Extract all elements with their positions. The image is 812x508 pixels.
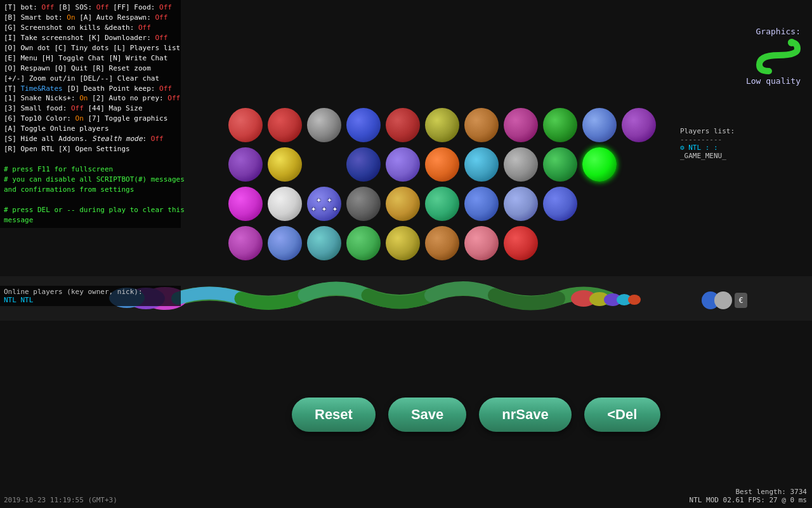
color-ball[interactable] bbox=[386, 187, 420, 221]
color-ball[interactable] bbox=[307, 108, 341, 142]
color-grid: ✦ ✦✦ ✦ ✦ bbox=[228, 108, 656, 260]
color-ball[interactable] bbox=[543, 147, 577, 182]
notice-del: # press DEL or -- during play to clear t… bbox=[4, 205, 177, 215]
color-ball[interactable] bbox=[504, 187, 538, 221]
svg-point-8 bbox=[628, 295, 641, 305]
right-panel: Graphics: Low quality bbox=[680, 13, 807, 86]
line-toggle-online: [A] Toggle Online players bbox=[4, 124, 177, 134]
color-ball[interactable] bbox=[464, 226, 499, 260]
color-ball[interactable] bbox=[582, 147, 617, 182]
color-ball[interactable] bbox=[582, 108, 617, 142]
save-button[interactable]: Save bbox=[388, 398, 466, 432]
color-ball[interactable] bbox=[504, 147, 538, 182]
snake-logo bbox=[680, 36, 807, 76]
color-ball[interactable] bbox=[228, 187, 263, 221]
color-ball[interactable] bbox=[307, 147, 341, 182]
color-ball[interactable] bbox=[268, 147, 302, 182]
color-ball[interactable] bbox=[228, 226, 263, 260]
color-ball[interactable] bbox=[386, 226, 420, 260]
color-ball[interactable] bbox=[386, 147, 420, 182]
line-timerates: [T] Time&Rates [D] Death Point keep: Off bbox=[4, 84, 177, 94]
buttons-row: Reset Save nrSave <Del bbox=[292, 398, 660, 432]
color-ball[interactable] bbox=[543, 108, 577, 142]
color-ball[interactable] bbox=[425, 147, 459, 182]
color-ball[interactable] bbox=[268, 226, 302, 260]
players-list-divider: ---------- bbox=[680, 135, 807, 144]
color-ball[interactable] bbox=[464, 187, 499, 221]
color-ball[interactable] bbox=[622, 108, 656, 142]
notice-confirmations: and confirmations from settings bbox=[4, 185, 177, 195]
nrsave-button[interactable]: nrSave bbox=[479, 398, 571, 432]
datetime-text: 2019-10-23 11:19:55 (GMT+3) bbox=[4, 496, 117, 504]
color-ball[interactable] bbox=[386, 108, 420, 142]
notice-scriptbot: # you can disable all SCRIPTBOT(#) messa… bbox=[4, 175, 177, 185]
line-open-rtl: [R] Open RTL [X] Open Settings bbox=[4, 144, 177, 154]
bottom-left-datetime: 2019-10-23 11:19:55 (GMT+3) bbox=[4, 496, 117, 504]
color-ball[interactable] bbox=[228, 108, 263, 142]
graphics-label: Graphics: bbox=[680, 13, 807, 36]
quality-label: Low quality bbox=[680, 76, 807, 86]
color-ball[interactable] bbox=[464, 108, 499, 142]
best-length: Best length: 3734 bbox=[690, 488, 807, 496]
line-take-screenshot: [I] Take screenshot [K] Downloader: Off bbox=[4, 33, 177, 43]
line-smartbot: [B] Smart bot: On [A] Auto Respawn: Off bbox=[4, 13, 177, 23]
players-list-title: Players list: bbox=[680, 127, 807, 135]
online-bar: Online players (key owner, nick): NTL NT… bbox=[0, 286, 181, 306]
line-respawn: [O] Respawn [Q] Quit [R] Reset zoom bbox=[4, 64, 177, 74]
svg-point-10 bbox=[714, 291, 732, 309]
reset-button[interactable]: Reset bbox=[292, 398, 376, 432]
color-ball[interactable] bbox=[228, 147, 263, 182]
line-menu: [E] Menu [H] Toggle Chat [N] Write Chat bbox=[4, 53, 177, 64]
color-row-2 bbox=[228, 147, 656, 182]
line-own-dot: [O] Own dot [C] Tiny dots [L] Players li… bbox=[4, 43, 177, 53]
color-row-4 bbox=[228, 226, 656, 260]
line-snake-nicks: [1] Snake Nicks+: On [2] Auto no prey: O… bbox=[4, 93, 177, 104]
line-hide-addons: [S] Hide all Addons. Stealth mode: Off bbox=[4, 134, 177, 144]
line-small-food: [3] Small food: Off [44] Map Size bbox=[4, 104, 177, 114]
color-ball[interactable] bbox=[504, 108, 538, 142]
notice-message: message bbox=[4, 215, 177, 225]
line-top10: [6] Top10 Color: On [7] Toggle graphics bbox=[4, 114, 177, 124]
color-ball[interactable] bbox=[464, 147, 499, 182]
color-row-3: ✦ ✦✦ ✦ ✦ bbox=[228, 187, 656, 221]
left-panel: [T] bot: Off [B] SOS: Off [FF] Food: Off… bbox=[0, 0, 181, 228]
mod-info: NTL MOD 02.61 FPS: 27 @ 0 ms bbox=[690, 496, 807, 504]
color-ball[interactable]: ✦ ✦✦ ✦ ✦ bbox=[307, 187, 341, 221]
color-row-1 bbox=[228, 108, 656, 142]
svg-point-13 bbox=[788, 39, 796, 46]
bottom-status: Best length: 3734 NTL MOD 02.61 FPS: 27 … bbox=[690, 488, 807, 504]
color-ball[interactable] bbox=[346, 187, 381, 221]
color-ball[interactable] bbox=[425, 187, 459, 221]
color-ball[interactable] bbox=[346, 147, 381, 182]
online-title: Online players (key owner, nick): bbox=[4, 288, 177, 296]
color-ball[interactable] bbox=[268, 187, 302, 221]
line-bot: [T] bot: Off [B] SOS: Off [FF] Food: Off bbox=[4, 3, 177, 13]
line-screenshot-kills: [G] Screenshot on kills &death: Off bbox=[4, 23, 177, 33]
color-ball[interactable] bbox=[346, 226, 381, 260]
players-list-entry: ⚙ NTL : : bbox=[680, 144, 807, 152]
color-ball[interactable] bbox=[504, 226, 538, 260]
svg-text:€: € bbox=[738, 296, 743, 305]
players-list: Players list: ---------- ⚙ NTL : : _GAME… bbox=[680, 127, 807, 160]
del-button[interactable]: <Del bbox=[584, 398, 660, 432]
line-zoom: [+/-] Zoom out/in [DEL/--] Clear chat bbox=[4, 74, 177, 84]
players-list-menu: _GAME_MENU_ bbox=[680, 152, 807, 160]
color-ball[interactable] bbox=[425, 226, 459, 260]
online-players: NTL NTL bbox=[4, 296, 177, 304]
color-ball[interactable] bbox=[307, 226, 341, 260]
color-ball[interactable] bbox=[346, 108, 381, 142]
notice-f11: # press F11 for fullscreen bbox=[4, 164, 177, 175]
color-ball[interactable] bbox=[543, 187, 577, 221]
color-ball[interactable] bbox=[268, 108, 302, 142]
color-ball[interactable] bbox=[425, 108, 459, 142]
